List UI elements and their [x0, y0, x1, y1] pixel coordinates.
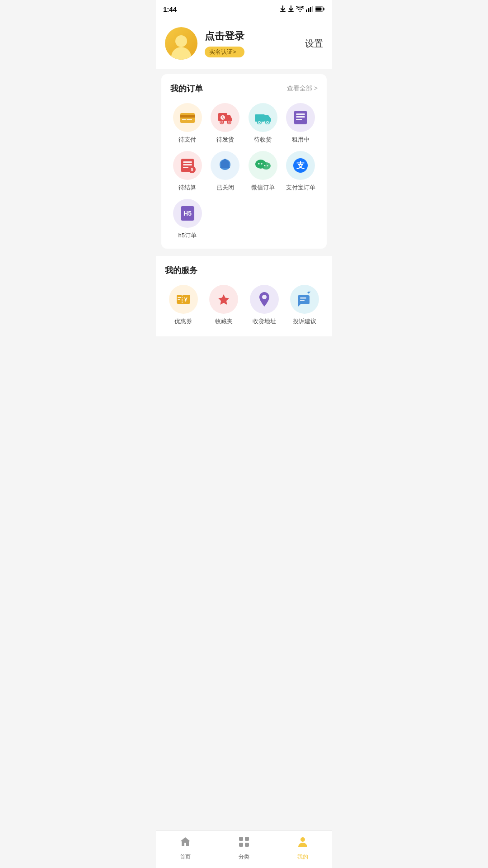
- svg-rect-56: [300, 300, 305, 301]
- bottom-nav: 首页 分类 我的: [156, 830, 332, 868]
- pending-payment-icon: [173, 103, 202, 132]
- download-icon-2: [288, 5, 294, 13]
- wechat-label: 微信订单: [251, 184, 275, 192]
- nav-home[interactable]: 首页: [156, 835, 215, 861]
- order-pending-payment[interactable]: 待支付: [170, 103, 205, 144]
- complaint-icon: [290, 285, 319, 314]
- realname-badge[interactable]: 实名认证>: [205, 47, 244, 57]
- svg-rect-2: [306, 9, 307, 12]
- svg-point-42: [267, 165, 268, 166]
- svg-rect-27: [296, 119, 302, 120]
- svg-text:H5: H5: [183, 210, 192, 217]
- coupon-icon: ¥: [169, 285, 198, 314]
- h5-icon: H5: [173, 199, 202, 228]
- pending-ship-label: 待发货: [216, 136, 234, 144]
- svg-rect-7: [324, 8, 325, 10]
- svg-point-62: [300, 837, 305, 842]
- pending-ship-icon: [211, 103, 239, 132]
- svg-rect-0: [280, 11, 286, 12]
- profile-info: 点击登录 实名认证>: [205, 29, 244, 57]
- order-renting[interactable]: 租用中: [284, 103, 318, 144]
- profile-name[interactable]: 点击登录: [205, 29, 244, 43]
- order-wechat[interactable]: 微信订单: [246, 151, 280, 192]
- orders-title: 我的订单: [170, 83, 203, 94]
- order-closed[interactable]: 已关闭: [208, 151, 243, 192]
- svg-rect-26: [296, 116, 305, 118]
- svg-rect-57: [307, 292, 311, 294]
- services-container: 我的服务 ¥ 优惠券: [156, 256, 332, 336]
- svg-rect-10: [180, 115, 195, 118]
- download-icon-1: [280, 5, 286, 13]
- profile-header: 点击登录 实名认证> 设置: [156, 16, 332, 69]
- svg-rect-31: [183, 167, 188, 168]
- service-coupon[interactable]: ¥ 优惠券: [165, 285, 202, 326]
- svg-rect-5: [312, 6, 314, 12]
- svg-point-23: [267, 122, 268, 123]
- signal-icon: [306, 6, 313, 12]
- nav-mine[interactable]: 我的: [273, 835, 332, 861]
- closed-label: 已关闭: [216, 184, 234, 192]
- svg-text:¥: ¥: [184, 296, 188, 303]
- coupon-label: 优惠券: [174, 317, 192, 326]
- orders-header: 我的订单 查看全部 >: [170, 83, 318, 94]
- category-icon: [238, 835, 250, 851]
- svg-rect-55: [300, 297, 306, 299]
- service-complaint[interactable]: 投诉建议: [286, 285, 324, 326]
- svg-rect-1: [288, 11, 294, 12]
- avatar[interactable]: [165, 27, 197, 60]
- svg-rect-29: [183, 161, 192, 163]
- my-orders-card: 我的订单 查看全部 > 待支付: [161, 74, 327, 249]
- svg-point-37: [258, 163, 260, 165]
- svg-rect-8: [316, 8, 322, 11]
- service-favorites[interactable]: 收藏夹: [206, 285, 243, 326]
- svg-rect-4: [310, 7, 311, 12]
- svg-rect-59: [245, 837, 249, 841]
- svg-rect-58: [239, 837, 243, 841]
- svg-point-39: [259, 163, 259, 164]
- svg-text:¥: ¥: [191, 167, 193, 172]
- svg-rect-11: [182, 119, 186, 120]
- view-all-orders[interactable]: 查看全部 >: [287, 85, 318, 93]
- status-icons: [280, 5, 325, 13]
- svg-point-40: [262, 163, 262, 164]
- renting-label: 租用中: [292, 136, 310, 144]
- svg-point-16: [221, 121, 223, 123]
- home-icon: [179, 835, 192, 851]
- nav-mine-label: 我的: [297, 853, 308, 861]
- svg-rect-60: [239, 843, 243, 847]
- pending-settle-icon: ¥: [173, 151, 202, 180]
- address-icon: [250, 285, 279, 314]
- order-pending-ship[interactable]: 待发货: [208, 103, 243, 144]
- svg-rect-25: [296, 113, 305, 115]
- settings-button[interactable]: 设置: [305, 38, 323, 50]
- order-pending-receive[interactable]: 待收货: [246, 103, 280, 144]
- alipay-label: 支付宝订单: [286, 184, 315, 192]
- alipay-icon: 支: [286, 151, 315, 180]
- svg-point-41: [264, 165, 265, 166]
- service-address[interactable]: 收货地址: [246, 285, 283, 326]
- nav-category[interactable]: 分类: [215, 835, 273, 861]
- pending-settle-label: 待结算: [178, 184, 196, 192]
- order-pending-settle[interactable]: ¥ 待结算: [170, 151, 205, 192]
- svg-point-22: [258, 122, 260, 123]
- svg-rect-9: [180, 113, 195, 123]
- order-alipay[interactable]: 支 支付宝订单: [284, 151, 318, 192]
- services-section: 我的服务 ¥ 优惠券: [156, 254, 332, 338]
- order-h5[interactable]: H5 h5订单: [170, 199, 205, 240]
- favorites-label: 收藏夹: [215, 317, 233, 326]
- orders-grid: 待支付 待发货: [170, 103, 318, 240]
- closed-icon: [211, 151, 239, 180]
- svg-rect-34: [224, 168, 226, 170]
- svg-point-36: [262, 162, 271, 170]
- favorites-icon: [209, 285, 238, 314]
- h5-label: h5订单: [178, 231, 197, 240]
- services-title: 我的服务: [165, 265, 323, 276]
- pending-receive-icon: [249, 103, 277, 132]
- svg-text:支: 支: [296, 161, 305, 170]
- complaint-label: 投诉建议: [293, 317, 316, 326]
- svg-point-17: [228, 121, 230, 123]
- svg-point-38: [261, 163, 263, 165]
- status-time: 1:44: [163, 5, 177, 13]
- status-bar: 1:44: [156, 0, 332, 16]
- svg-point-43: [265, 165, 265, 165]
